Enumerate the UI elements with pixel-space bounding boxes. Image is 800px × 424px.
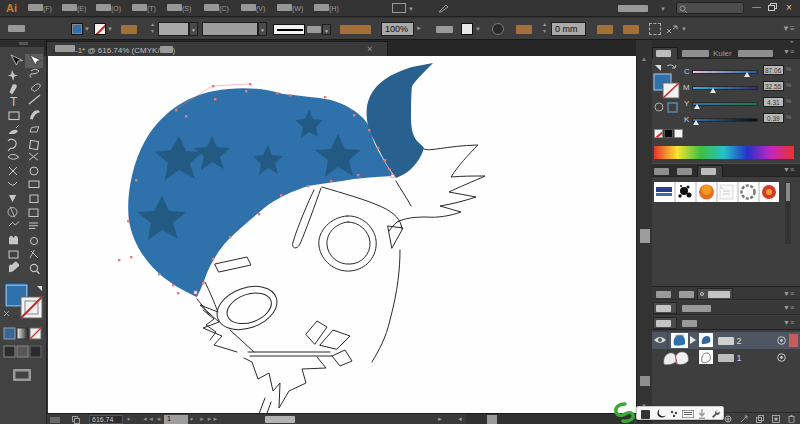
svg-text:T: T — [10, 95, 18, 109]
